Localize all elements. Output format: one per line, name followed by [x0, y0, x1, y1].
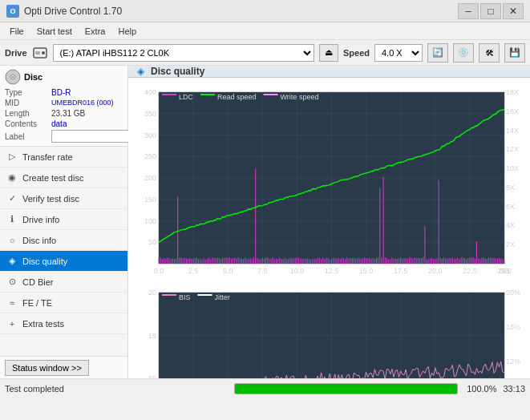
charts-container [128, 78, 530, 378]
nav-cd-bier-label: CD Bier [22, 277, 54, 287]
nav-create-test-disc-label: Create test disc [22, 173, 83, 183]
cd-bier-icon: ⊙ [6, 277, 18, 288]
disc-info-header: Disc [5, 69, 123, 85]
content-area: ◈ Disc quality Avg Max Total LDC 10.11 3… [128, 66, 530, 378]
nav-disc-info-label: Disc info [22, 236, 56, 245]
extra-tests-icon: + [6, 318, 18, 329]
drive-select[interactable]: (E:) ATAPI iHBS112 2 CL0K [53, 44, 314, 62]
disc-icon [5, 69, 21, 85]
disc-type-value: BD-R [51, 88, 71, 97]
create-test-disc-icon: ◉ [6, 172, 18, 184]
title-bar-buttons: – □ ✕ [458, 3, 524, 19]
progress-fill [235, 384, 458, 394]
svg-point-5 [12, 76, 14, 79]
nav-transfer-rate[interactable]: ▷ Transfer rate [0, 147, 127, 168]
nav-disc-info[interactable]: ○ Disc info [0, 230, 127, 251]
progress-bar [234, 383, 459, 394]
nav-cd-bier[interactable]: ⊙ CD Bier [0, 272, 127, 293]
nav-fe-te[interactable]: ≈ FE / TE [0, 293, 127, 313]
drive-icon [32, 45, 48, 61]
status-window-button[interactable]: Status window >> [5, 360, 89, 376]
bottom-strip: Test completed 100.0% 33:13 [0, 378, 530, 398]
nav-drive-info-label: Drive info [22, 215, 59, 224]
speed-select[interactable]: 4.0 X 8.0 X [374, 44, 423, 62]
nav-drive-info[interactable]: ℹ Drive info [0, 209, 127, 230]
maximize-button[interactable]: □ [480, 3, 501, 19]
main-layout: Disc Type BD-R MID UMEBDR016 (000) Lengt… [0, 66, 530, 378]
app-icon: O [6, 5, 19, 18]
progress-pct: 100.0% [464, 384, 496, 394]
chart-header-icon: ◈ [135, 66, 146, 77]
nav-verify-test-disc[interactable]: ✓ Verify test disc [0, 188, 127, 209]
nav-fe-te-label: FE / TE [22, 298, 52, 308]
disc-contents-row: Contents data [5, 119, 123, 128]
svg-point-1 [42, 51, 45, 55]
sidebar-nav: ▷ Transfer rate ◉ Create test disc ✓ Ver… [0, 147, 127, 356]
nav-disc-quality[interactable]: ◈ Disc quality [0, 251, 127, 272]
eject-button[interactable]: ⏏ [319, 44, 338, 62]
chart-title: Disc quality [151, 66, 204, 77]
menu-start-test[interactable]: Start test [30, 25, 79, 38]
transfer-rate-icon: ▷ [6, 151, 18, 163]
disc-info-icon: ○ [6, 235, 18, 246]
menu-help[interactable]: Help [111, 25, 143, 38]
sidebar: Disc Type BD-R MID UMEBDR016 (000) Lengt… [0, 66, 128, 378]
status-text: Test completed [5, 384, 228, 394]
fe-te-icon: ≈ [6, 297, 18, 309]
menu-bar: File Start test Extra Help [0, 22, 530, 40]
status-time: 33:13 [503, 384, 525, 394]
menu-extra[interactable]: Extra [79, 25, 112, 38]
disc-contents-value: data [51, 119, 67, 128]
drive-info-icon: ℹ [6, 214, 18, 225]
menu-file[interactable]: File [3, 25, 30, 38]
refresh-button[interactable]: 🔄 [427, 43, 448, 63]
disc-label-row: Label ⚙ [5, 130, 123, 143]
speed-label: Speed [343, 48, 370, 58]
disc-mid-value: UMEBDR016 (000) [51, 99, 114, 107]
nav-create-test-disc[interactable]: ◉ Create test disc [0, 168, 127, 188]
nav-extra-tests-label: Extra tests [22, 319, 64, 329]
disc-type-row: Type BD-R [5, 88, 123, 97]
nav-disc-quality-label: Disc quality [22, 256, 67, 266]
close-button[interactable]: ✕ [503, 3, 524, 19]
disc-mid-row: MID UMEBDR016 (000) [5, 99, 123, 107]
lower-chart [128, 278, 530, 378]
save-button[interactable]: 💾 [504, 43, 525, 63]
disc-label: Disc [24, 72, 42, 82]
chart-header: ◈ Disc quality [128, 66, 530, 78]
nav-transfer-rate-label: Transfer rate [22, 152, 73, 162]
nav-extra-tests[interactable]: + Extra tests [0, 313, 127, 334]
svg-rect-2 [35, 51, 40, 55]
status-bottom: Status window >> [0, 356, 127, 378]
tools-button[interactable]: 🛠 [479, 43, 500, 63]
upper-chart [128, 78, 530, 278]
title-bar: O Opti Drive Control 1.70 – □ ✕ [0, 0, 530, 22]
disc-quality-icon: ◈ [6, 256, 18, 267]
burn-button[interactable]: 💿 [453, 43, 474, 63]
minimize-button[interactable]: – [458, 3, 479, 19]
drive-bar: Drive (E:) ATAPI iHBS112 2 CL0K ⏏ Speed … [0, 40, 530, 66]
nav-verify-test-disc-label: Verify test disc [22, 194, 79, 204]
disc-length-value: 23.31 GB [51, 109, 85, 118]
drive-label: Drive [5, 48, 27, 58]
disc-length-row: Length 23.31 GB [5, 109, 123, 118]
verify-test-disc-icon: ✓ [6, 193, 18, 204]
disc-panel: Disc Type BD-R MID UMEBDR016 (000) Lengt… [0, 66, 127, 147]
title-bar-text: Opti Drive Control 1.70 [24, 6, 458, 17]
